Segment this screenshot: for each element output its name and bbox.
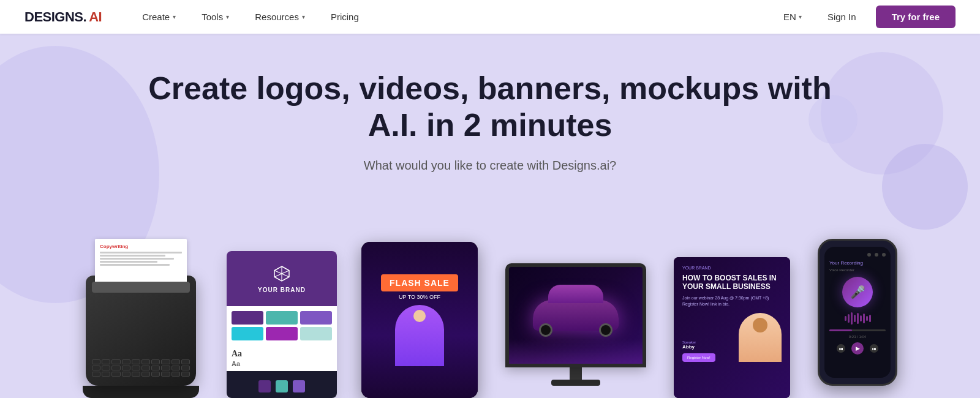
- color-swatch-violet: [300, 311, 332, 325]
- speaker-photo: [739, 313, 782, 362]
- webinar-speaker-row: Speaker Abby Register Now!: [682, 313, 782, 362]
- card-copywriting[interactable]: Copywriting: [80, 263, 202, 398]
- monitor-glow: [509, 339, 643, 364]
- nav-item-tools[interactable]: Tools ▾: [192, 7, 239, 27]
- next-button[interactable]: ⏭: [870, 344, 878, 353]
- voice-circle: 🎤: [842, 277, 873, 307]
- hero-subtitle: What would you like to create with Desig…: [123, 159, 858, 173]
- chevron-down-icon: ▾: [173, 13, 176, 20]
- color-swatch-mint: [300, 327, 332, 340]
- flash-figure: [395, 305, 444, 366]
- wave-bar-1: [845, 316, 846, 321]
- font-preview-1: Aa: [232, 349, 242, 359]
- voice-progress-fill: [829, 329, 852, 331]
- nav-item-resources[interactable]: Resources ▾: [245, 7, 315, 27]
- nav-links: Create ▾ Tools ▾ Resources ▾ Pricing: [132, 7, 777, 27]
- speaker-info: Speaker Abby Register Now!: [682, 340, 734, 362]
- monitor-car: [509, 267, 643, 364]
- flashsale-inner: FLASH SALE UP TO 30% OFF: [361, 242, 478, 398]
- brand-dark-section: [227, 371, 337, 398]
- play-button[interactable]: ▶: [851, 342, 864, 355]
- webinar-brand: YOUR BRAND: [682, 266, 782, 270]
- phone-icon-dot-2: [875, 253, 878, 257]
- monitor-screen: [505, 263, 646, 367]
- wave-bar-7: [863, 314, 865, 323]
- voice-rec-label: Voice Recorder: [829, 268, 886, 272]
- phone-icon-dot-1: [867, 253, 871, 257]
- wave-bar-4: [854, 315, 856, 322]
- hero-text: Create logos, videos, banners, mockups w…: [0, 70, 980, 173]
- brand-fonts: Aa Aa: [227, 345, 337, 371]
- wave-bar-6: [860, 315, 862, 321]
- paper-lines: [100, 252, 182, 266]
- dark-swatch-3: [293, 380, 305, 392]
- color-swatch-cyan: [232, 327, 263, 340]
- speaker-name: Abby: [682, 344, 734, 350]
- wave-bar-5: [857, 313, 859, 324]
- microphone-icon: 🎤: [850, 285, 865, 299]
- wave-bar-8: [866, 316, 868, 321]
- sign-in-button[interactable]: Sign In: [818, 8, 866, 26]
- voice-title: Your Recording: [829, 260, 886, 266]
- prev-button[interactable]: ⏮: [837, 344, 845, 353]
- typewriter-paper: Copywriting: [95, 239, 187, 288]
- color-swatch-magenta: [266, 327, 298, 340]
- card-brand[interactable]: YOUR BRAND Aa Aa: [227, 251, 337, 398]
- wave-bar-2: [848, 314, 850, 323]
- typewriter-platen: [92, 282, 190, 293]
- brand-font-row-2: Aa: [232, 360, 332, 367]
- chevron-down-icon: ▾: [302, 13, 305, 20]
- font-preview-2: Aa: [232, 360, 240, 367]
- phone-screen-content: Your Recording Voice Recorder 🎤: [824, 247, 891, 378]
- dark-swatch-2: [276, 380, 288, 392]
- card-monitor[interactable]: [502, 263, 649, 398]
- dark-swatch-1: [258, 380, 271, 392]
- share-icon: [882, 253, 886, 257]
- nav-right: EN ▾ Sign In Try for free: [777, 6, 956, 28]
- paper-title: Copywriting: [100, 244, 182, 249]
- webinar-title: HOW TO BOOST SALES IN YOUR SMALL BUSINES…: [682, 274, 782, 291]
- navigation: DESIGNS.AI Create ▾ Tools ▾ Resources ▾ …: [0, 0, 980, 34]
- language-selector[interactable]: EN ▾: [777, 8, 808, 26]
- nav-item-create[interactable]: Create ▾: [132, 7, 186, 27]
- wave-bar-3: [851, 312, 853, 325]
- color-swatch-teal: [266, 311, 298, 325]
- webinar-subtitle: Join our webinar 28 Aug @ 7:30pm (GMT +8…: [682, 295, 782, 307]
- logo[interactable]: DESIGNS.AI: [24, 9, 102, 25]
- voice-progress-track: [829, 329, 886, 331]
- phone-body: Your Recording Voice Recorder 🎤: [818, 239, 897, 386]
- hero-section: Create logos, videos, banners, mockups w…: [0, 34, 980, 398]
- card-flashsale[interactable]: FLASH SALE UP TO 30% OFF: [361, 242, 478, 398]
- typewriter-keys: [92, 359, 190, 377]
- voice-time: 0:23 / 1:04: [829, 335, 886, 339]
- brand-font-row-1: Aa: [232, 349, 332, 359]
- brand-colors: [227, 306, 337, 345]
- monitor-stand-base: [551, 380, 600, 386]
- car-wheel-right: [599, 323, 612, 337]
- brand-header: YOUR BRAND: [227, 251, 337, 306]
- logo-text: DESIGNS.: [24, 9, 86, 25]
- wave-bar-9: [869, 315, 871, 322]
- typewriter-body: Copywriting: [86, 276, 196, 386]
- car-wheel-left: [539, 323, 552, 337]
- voice-controls: ⏮ ▶ ⏭: [829, 342, 886, 355]
- cards-row: Copywriting: [0, 239, 980, 398]
- brand-logo-icon: [273, 265, 291, 283]
- brand-name: YOUR BRAND: [258, 287, 306, 293]
- logo-ai: AI: [89, 9, 102, 25]
- hero-title: Create logos, videos, banners, mockups w…: [123, 70, 858, 144]
- phone-top-icons: [829, 253, 886, 257]
- flash-discount: UP TO 30% OFF: [399, 294, 440, 300]
- chevron-down-icon: ▾: [226, 13, 229, 20]
- chevron-down-icon: ▾: [799, 13, 802, 20]
- card-webinar[interactable]: YOUR BRAND HOW TO BOOST SALES IN YOUR SM…: [674, 257, 790, 398]
- card-phone[interactable]: Your Recording Voice Recorder 🎤: [815, 239, 900, 398]
- color-swatch-purple: [232, 311, 263, 325]
- voice-wave: [829, 312, 886, 325]
- typewriter-base: [83, 386, 199, 398]
- webinar-bg: YOUR BRAND HOW TO BOOST SALES IN YOUR SM…: [674, 257, 790, 398]
- nav-item-pricing[interactable]: Pricing: [321, 7, 369, 27]
- car-body: [533, 300, 619, 331]
- try-free-button[interactable]: Try for free: [876, 6, 956, 28]
- register-button[interactable]: Register Now!: [682, 353, 715, 362]
